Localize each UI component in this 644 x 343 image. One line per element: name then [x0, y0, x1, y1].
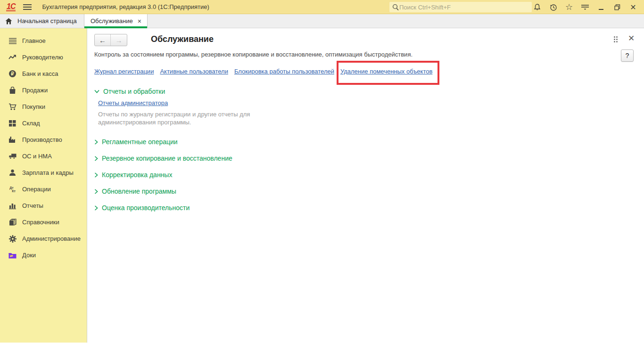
chevron-right-icon — [94, 205, 98, 211]
link-user-lockout[interactable]: Блокировка работы пользователей — [234, 68, 334, 75]
sidebar-item-administration[interactable]: Администрирование — [0, 230, 87, 247]
link-admin-reports[interactable]: Отчеты администратора — [98, 99, 168, 106]
sidebar-item-purchases[interactable]: Покупки — [0, 98, 87, 115]
sidebar-item-main[interactable]: Главное — [0, 33, 87, 49]
warehouse-grid-icon — [8, 119, 17, 127]
section-list: Отчеты и обработки Отчеты администратора… — [94, 87, 424, 212]
link-registration-log[interactable]: Журнал регистрации — [94, 68, 154, 75]
search-icon — [392, 4, 399, 11]
minimize-icon[interactable] — [593, 0, 609, 14]
notifications-bell-icon[interactable] — [529, 0, 545, 14]
factory-icon — [8, 136, 17, 144]
window-titlebar: 1С Бухгалтерия предприятия, редакция 3.0… — [0, 0, 644, 14]
sidebar-item-production[interactable]: Производство — [0, 131, 87, 148]
purple-folder-icon — [8, 251, 17, 259]
section-header-scheduled-operations[interactable]: Регламентные операции — [94, 138, 424, 146]
link-delete-marked-objects[interactable]: Удаление помеченных объектов — [340, 68, 432, 75]
section-header-backup-restore[interactable]: Резервное копирование и восстановление — [94, 154, 424, 163]
restore-window-icon[interactable] — [609, 0, 625, 14]
sidebar-item-salary-hr[interactable]: Зарплата и кадры — [0, 164, 87, 181]
books-icon — [8, 218, 17, 226]
service-menu-icon[interactable] — [577, 0, 593, 14]
forward-button[interactable]: → — [111, 34, 127, 46]
section-reports-processing: Отчеты и обработки Отчеты администратора… — [94, 87, 424, 126]
search-input[interactable] — [399, 4, 529, 11]
close-window-icon[interactable]: ✕ — [625, 0, 641, 14]
page-description: Контроль за состоянием программы, резерв… — [94, 51, 413, 58]
tab-label: Начальная страница — [17, 17, 77, 24]
section-header-performance-evaluation[interactable]: Оценка производительности — [94, 204, 424, 212]
sidebar-item-manager[interactable]: Руководителю — [0, 49, 87, 65]
history-nav: ← → — [94, 34, 127, 46]
favorites-star-icon[interactable]: ☆ — [561, 0, 577, 14]
tab-home-page[interactable]: Начальная страница — [0, 14, 84, 28]
global-search[interactable] — [389, 2, 532, 12]
page-title: Обслуживание — [151, 34, 214, 44]
shopping-bag-icon — [8, 86, 17, 94]
trend-arrow-icon — [8, 53, 17, 61]
window-title: Бухгалтерия предприятия, редакция 3.0 (1… — [42, 3, 209, 10]
sidebar-item-sales[interactable]: Продажи — [0, 82, 87, 98]
chevron-right-icon — [94, 172, 98, 178]
1c-logo: 1С — [6, 3, 16, 11]
shopping-cart-icon — [8, 103, 17, 111]
section-header-data-correction[interactable]: Корректировка данных — [94, 171, 424, 179]
dt-kt-icon: ДтКт — [8, 185, 17, 193]
tab-close-icon[interactable]: × — [137, 17, 142, 25]
main-menu-icon[interactable] — [23, 4, 32, 10]
chevron-down-icon — [94, 90, 99, 93]
section-header-reports-processing[interactable]: Отчеты и обработки — [94, 87, 424, 96]
sidebar-item-fixed-assets[interactable]: ОС и НМА — [0, 148, 87, 164]
gear-icon — [8, 235, 17, 243]
sidebar-item-operations[interactable]: ДтКт Операции — [0, 181, 87, 197]
person-icon — [8, 169, 17, 177]
sidebar-item-warehouse[interactable]: Склад — [0, 115, 87, 131]
chevron-right-icon — [94, 189, 98, 194]
menu-lines-icon — [8, 37, 17, 45]
section-header-program-update[interactable]: Обновление программы — [94, 187, 424, 196]
sidebar-item-bank-cash[interactable]: ₽ Банк и касса — [0, 65, 87, 82]
tab-label: Обслуживание — [91, 17, 133, 24]
home-icon — [5, 18, 12, 24]
sidebar-item-directories[interactable]: Справочники — [0, 214, 87, 230]
section-description: Отчеты по журналу регистрации и другие о… — [98, 110, 263, 126]
tab-maintenance[interactable]: Обслуживание × — [84, 14, 148, 28]
svg-text:₽: ₽ — [11, 71, 14, 76]
history-clock-icon[interactable] — [545, 0, 561, 14]
sections-panel: Главное Руководителю ₽ Банк и касса Прод… — [0, 28, 87, 343]
back-button[interactable]: ← — [95, 34, 111, 46]
more-actions-icon[interactable] — [614, 36, 618, 42]
link-active-users[interactable]: Активные пользователи — [160, 68, 228, 75]
maintenance-form: ← → Обслуживание ✕ Контроль за состояние… — [87, 28, 644, 343]
sidebar-item-docs[interactable]: Доки — [0, 247, 87, 263]
tab-bar: Начальная страница Обслуживание × — [0, 14, 644, 28]
titlebar-buttons: ☆ ✕ — [529, 0, 641, 14]
bar-chart-icon — [8, 202, 17, 210]
highlighted-link-wrap: Удаление помеченных объектов — [340, 68, 432, 75]
truck-icon — [8, 152, 17, 160]
chevron-right-icon — [94, 156, 98, 161]
chevron-right-icon — [94, 139, 98, 145]
sidebar-item-reports[interactable]: Отчеты — [0, 197, 87, 214]
ruble-coin-icon: ₽ — [8, 70, 17, 78]
help-button[interactable]: ? — [621, 49, 634, 62]
command-links: Журнал регистрации Активные пользователи… — [94, 68, 432, 75]
close-form-icon[interactable]: ✕ — [628, 33, 635, 43]
